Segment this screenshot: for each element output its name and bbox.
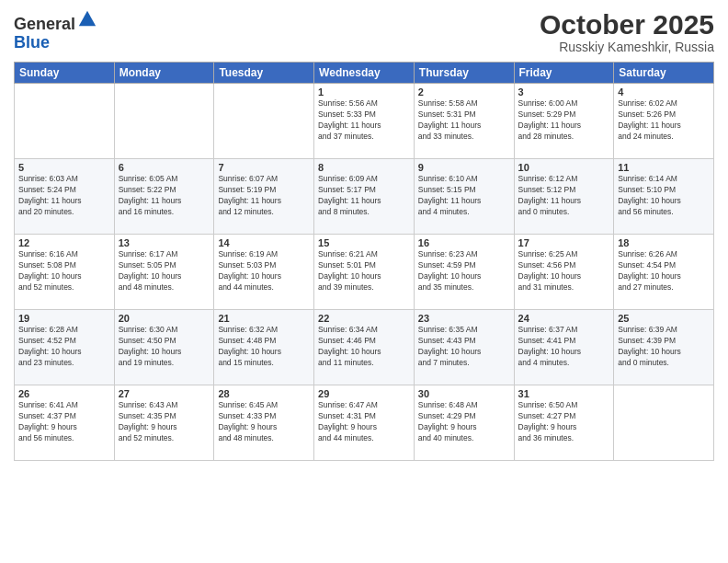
day-info: Daylight: 9 hours	[518, 422, 610, 433]
day-info: Daylight: 10 hours	[218, 271, 310, 282]
day-info: Sunset: 4:56 PM	[518, 260, 610, 271]
day-number: 12	[18, 237, 110, 248]
table-row: 6Sunrise: 6:05 AMSunset: 5:22 PMDaylight…	[114, 159, 214, 235]
svg-marker-0	[79, 11, 96, 27]
day-info: Daylight: 10 hours	[218, 347, 310, 358]
day-info: Daylight: 10 hours	[518, 271, 610, 282]
day-info: Sunrise: 6:43 AM	[119, 400, 210, 411]
header-tuesday: Tuesday	[214, 63, 314, 84]
table-row	[214, 84, 314, 159]
day-info: Sunrise: 6:25 AM	[518, 249, 610, 260]
header-friday: Friday	[514, 63, 614, 84]
table-row: 7Sunrise: 6:07 AMSunset: 5:19 PMDaylight…	[214, 159, 314, 235]
day-info: and 15 minutes.	[218, 358, 310, 369]
day-info: Daylight: 9 hours	[318, 422, 410, 433]
day-info: Sunset: 4:33 PM	[218, 411, 310, 422]
day-info: Sunrise: 6:14 AM	[618, 174, 710, 185]
day-number: 18	[618, 237, 710, 248]
table-row: 27Sunrise: 6:43 AMSunset: 4:35 PMDayligh…	[114, 385, 214, 461]
day-info: Daylight: 10 hours	[618, 271, 710, 282]
day-info: Sunrise: 6:30 AM	[119, 325, 210, 336]
day-info: Sunrise: 6:50 AM	[518, 400, 610, 411]
day-info: Sunset: 4:31 PM	[318, 411, 410, 422]
day-info: and 48 minutes.	[218, 433, 310, 444]
day-number: 1	[318, 86, 410, 98]
day-info: Sunset: 4:48 PM	[218, 336, 310, 347]
day-info: Sunset: 4:59 PM	[418, 260, 510, 271]
day-number: 25	[618, 313, 710, 324]
day-info: and 7 minutes.	[418, 358, 510, 369]
day-info: Daylight: 10 hours	[318, 271, 410, 282]
day-info: Sunset: 5:03 PM	[218, 260, 310, 271]
day-info: Sunset: 5:12 PM	[518, 185, 610, 196]
day-info: Sunrise: 6:37 AM	[518, 325, 610, 336]
table-row: 30Sunrise: 6:48 AMSunset: 4:29 PMDayligh…	[414, 385, 514, 461]
day-info: Sunrise: 6:45 AM	[218, 400, 310, 411]
table-row: 16Sunrise: 6:23 AMSunset: 4:59 PMDayligh…	[414, 235, 514, 310]
logo-general-text: General	[14, 15, 75, 33]
table-row: 13Sunrise: 6:17 AMSunset: 5:05 PMDayligh…	[114, 235, 214, 310]
table-row: 8Sunrise: 6:09 AMSunset: 5:17 PMDaylight…	[314, 159, 415, 235]
day-info: Sunset: 5:22 PM	[119, 185, 210, 196]
title-block: October 2025 Russkiy Kameshkir, Russia	[540, 9, 714, 54]
day-info: Sunset: 4:54 PM	[618, 260, 710, 271]
day-info: and 39 minutes.	[318, 282, 410, 293]
day-info: Sunset: 5:33 PM	[318, 109, 410, 121]
day-info: Daylight: 9 hours	[218, 422, 310, 433]
day-number: 23	[418, 313, 510, 324]
day-info: Sunrise: 6:03 AM	[18, 174, 110, 185]
day-info: Sunrise: 6:05 AM	[119, 174, 210, 185]
day-number: 26	[18, 388, 110, 399]
day-info: Sunset: 5:24 PM	[18, 185, 110, 196]
day-info: Daylight: 11 hours	[518, 196, 610, 207]
calendar-week-row: 5Sunrise: 6:03 AMSunset: 5:24 PMDaylight…	[15, 159, 714, 235]
day-info: Daylight: 9 hours	[418, 422, 510, 433]
day-number: 9	[418, 162, 510, 173]
day-info: Sunrise: 6:35 AM	[418, 325, 510, 336]
table-row: 10Sunrise: 6:12 AMSunset: 5:12 PMDayligh…	[514, 159, 614, 235]
day-number: 13	[119, 237, 210, 248]
header-wednesday: Wednesday	[314, 63, 415, 84]
day-info: Sunset: 5:19 PM	[218, 185, 310, 196]
day-info: Daylight: 9 hours	[119, 422, 210, 433]
day-number: 17	[518, 237, 610, 248]
table-row: 31Sunrise: 6:50 AMSunset: 4:27 PMDayligh…	[514, 385, 614, 461]
day-info: and 16 minutes.	[119, 207, 210, 218]
day-info: Daylight: 10 hours	[618, 347, 710, 358]
day-info: Daylight: 11 hours	[218, 196, 310, 207]
day-info: and 33 minutes.	[418, 132, 510, 143]
day-info: Sunrise: 6:32 AM	[218, 325, 310, 336]
day-info: and 35 minutes.	[418, 282, 510, 293]
table-row: 15Sunrise: 6:21 AMSunset: 5:01 PMDayligh…	[314, 235, 415, 310]
table-row: 28Sunrise: 6:45 AMSunset: 4:33 PMDayligh…	[214, 385, 314, 461]
day-info: and 23 minutes.	[18, 358, 110, 369]
day-info: and 28 minutes.	[518, 132, 610, 143]
day-number: 30	[418, 388, 510, 399]
calendar-table: Sunday Monday Tuesday Wednesday Thursday…	[14, 62, 714, 461]
day-info: Sunset: 5:08 PM	[18, 260, 110, 271]
day-info: and 48 minutes.	[119, 282, 210, 293]
day-info: and 12 minutes.	[218, 207, 310, 218]
day-number: 28	[218, 388, 310, 399]
day-info: Sunset: 5:29 PM	[518, 109, 610, 121]
day-info: and 24 minutes.	[618, 132, 710, 143]
day-info: Sunrise: 5:58 AM	[418, 98, 510, 109]
day-info: Daylight: 11 hours	[18, 196, 110, 207]
day-info: and 27 minutes.	[618, 282, 710, 293]
day-info: Daylight: 10 hours	[318, 347, 410, 358]
table-row: 29Sunrise: 6:47 AMSunset: 4:31 PMDayligh…	[314, 385, 415, 461]
day-info: Daylight: 10 hours	[518, 347, 610, 358]
header-saturday: Saturday	[614, 63, 714, 84]
day-info: and 56 minutes.	[18, 433, 110, 444]
day-info: Sunrise: 6:21 AM	[318, 249, 410, 260]
day-info: and 52 minutes.	[18, 282, 110, 293]
day-info: Daylight: 11 hours	[119, 196, 210, 207]
day-info: Sunset: 5:01 PM	[318, 260, 410, 271]
day-number: 5	[18, 162, 110, 173]
day-number: 6	[119, 162, 210, 173]
day-info: Sunrise: 6:19 AM	[218, 249, 310, 260]
calendar-week-row: 1Sunrise: 5:56 AMSunset: 5:33 PMDaylight…	[15, 84, 714, 159]
table-row: 11Sunrise: 6:14 AMSunset: 5:10 PMDayligh…	[614, 159, 714, 235]
day-info: and 20 minutes.	[18, 207, 110, 218]
day-number: 29	[318, 388, 410, 399]
